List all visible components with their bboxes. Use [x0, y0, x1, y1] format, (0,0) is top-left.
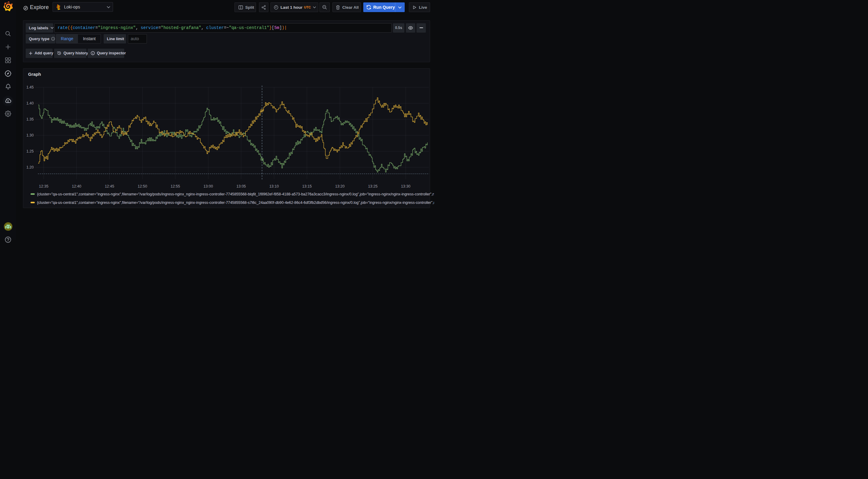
svg-text:12:40: 12:40 [72, 184, 81, 188]
svg-text:12:45: 12:45 [105, 184, 114, 188]
svg-text:1.45: 1.45 [26, 85, 34, 90]
svg-text:13:00: 13:00 [204, 184, 213, 188]
svg-text:13:10: 13:10 [269, 184, 279, 188]
svg-text:1.30: 1.30 [26, 133, 34, 137]
svg-text:12:50: 12:50 [138, 184, 147, 188]
svg-text:12:55: 12:55 [170, 184, 180, 188]
svg-text:1.25: 1.25 [26, 149, 34, 153]
svg-text:13:25: 13:25 [368, 184, 377, 188]
svg-text:1.40: 1.40 [26, 101, 34, 105]
svg-text:13:20: 13:20 [335, 184, 345, 188]
svg-text:13:15: 13:15 [302, 184, 312, 188]
svg-text:12:35: 12:35 [39, 184, 49, 188]
svg-text:13:30: 13:30 [401, 184, 410, 188]
svg-text:1.35: 1.35 [26, 117, 34, 122]
svg-text:1.20: 1.20 [26, 165, 34, 169]
svg-text:13:05: 13:05 [236, 184, 246, 188]
